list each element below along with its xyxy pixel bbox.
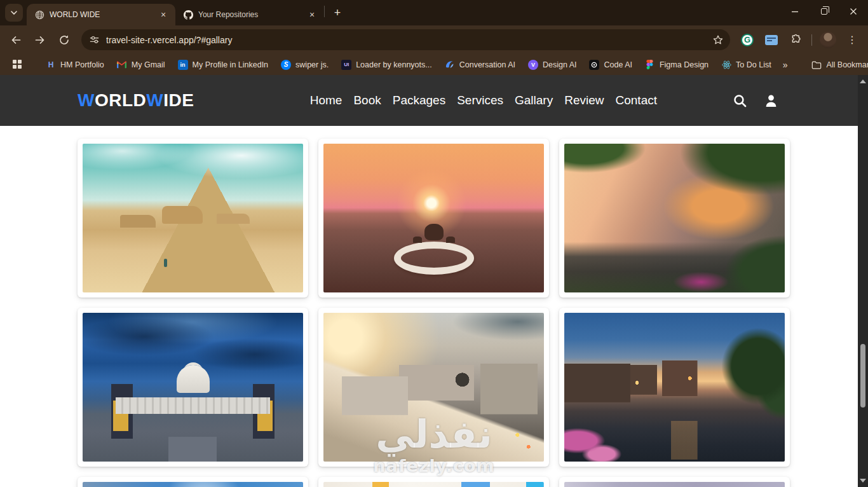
search-icon[interactable] — [732, 93, 748, 109]
nav-link-gallary[interactable]: Gallary — [515, 91, 553, 110]
apps-grid-icon — [13, 60, 23, 70]
blue-extension-icon[interactable] — [761, 29, 782, 51]
toolbar-separator — [811, 34, 812, 46]
scrollbar-up-arrow[interactable] — [858, 76, 868, 86]
gallery-photo-sea-sunset — [323, 144, 544, 292]
scrollbar-down-arrow[interactable] — [858, 476, 868, 486]
web-page: WORLDWIDE Home Book Packages Services Ga… — [0, 75, 868, 487]
close-tab-icon[interactable]: × — [158, 9, 169, 20]
bookmark-label: Loader by kennyots... — [356, 60, 432, 69]
gallery-photo-positano — [564, 144, 785, 292]
grammarly-extension-icon[interactable]: G — [736, 29, 758, 51]
folder-icon — [811, 60, 822, 69]
conversation-ai-icon — [445, 60, 455, 70]
tab-world-wide[interactable]: WORLD WIDE × — [27, 4, 175, 25]
reload-button[interactable] — [53, 29, 75, 51]
bookmark-ui-loader[interactable]: UI Loader by kennyots... — [336, 57, 437, 72]
site-logo[interactable]: WORLDWIDE — [78, 90, 194, 111]
bookmark-hm-portfolio[interactable]: H HM Portfolio — [41, 57, 109, 72]
bookmark-my-gmail[interactable]: My Gmail — [112, 57, 170, 72]
bookmark-label: To Do List — [736, 60, 771, 69]
figma-icon — [645, 60, 655, 70]
nav-link-review[interactable]: Review — [564, 91, 604, 110]
user-account-icon[interactable] — [763, 93, 779, 109]
url-text[interactable]: travel-site-r.vercel.app/?#gallary — [106, 35, 712, 45]
page-scrollbar[interactable] — [858, 75, 868, 487]
nav-link-packages[interactable]: Packages — [393, 91, 445, 110]
minimize-button[interactable] — [780, 0, 810, 23]
restore-icon — [821, 8, 827, 15]
design-ai-icon: V — [528, 60, 538, 70]
new-tab-button[interactable]: + — [329, 4, 346, 22]
gallery-card[interactable] — [559, 477, 790, 487]
forward-arrow-icon — [34, 34, 46, 46]
reload-icon — [58, 34, 70, 46]
gallery-card[interactable] — [78, 139, 308, 298]
bookmark-design-ai[interactable]: V Design AI — [523, 57, 582, 72]
back-button[interactable] — [5, 29, 27, 51]
bookmarks-overflow-button[interactable]: » — [779, 60, 792, 70]
forward-button[interactable] — [29, 29, 51, 51]
bookmark-linkedin-profile[interactable]: in My Profile in LinkedIn — [173, 57, 274, 72]
tab-your-repositories[interactable]: Your Repositories × — [175, 4, 324, 25]
bookmark-conversation-ai[interactable]: Conversation AI — [440, 57, 520, 72]
site-settings-icon[interactable] — [89, 34, 100, 45]
close-tab-icon[interactable]: × — [306, 9, 318, 20]
profile-avatar[interactable] — [817, 29, 839, 51]
gallery-card[interactable] — [318, 139, 549, 298]
bookmark-label: Design AI — [543, 60, 577, 69]
logo-segment: W — [78, 90, 95, 110]
all-bookmarks-button[interactable]: All Bookmarks — [806, 58, 868, 72]
site-nav: Home Book Packages Services Gallary Revi… — [310, 91, 657, 110]
browser-menu-button[interactable]: ⋮ — [841, 29, 863, 51]
browser-toolbar: travel-site-r.vercel.app/?#gallary G ⋮ — [0, 25, 868, 54]
code-ai-icon — [589, 60, 599, 70]
photo-gallery-grid — [0, 126, 868, 487]
bookmark-figma-design[interactable]: Figma Design — [640, 57, 714, 72]
gallery-photo-pyramids — [83, 144, 303, 292]
restore-button[interactable] — [810, 0, 839, 23]
scrollbar-thumb[interactable] — [860, 344, 865, 408]
nav-link-services[interactable]: Services — [457, 91, 503, 110]
extensions-puzzle-button[interactable] — [785, 29, 806, 51]
gallery-photo-partial-1 — [83, 482, 303, 487]
tab-search-button[interactable] — [5, 4, 23, 22]
side-panel-apps-button[interactable] — [8, 57, 28, 72]
bookmark-swiper-js[interactable]: S swiper js. — [276, 57, 334, 72]
ui-loader-icon: UI — [341, 60, 351, 70]
gallery-photo-colmar — [564, 313, 785, 462]
bookmark-label: Conversation AI — [459, 60, 515, 69]
gallery-photo-capitol — [83, 313, 303, 462]
gallery-card[interactable] — [318, 477, 549, 487]
all-bookmarks-label: All Bookmarks — [826, 60, 868, 69]
puzzle-icon — [790, 34, 802, 46]
react-icon — [721, 60, 731, 70]
bookmark-to-do-list[interactable]: To Do List — [716, 57, 776, 72]
gallery-card[interactable] — [559, 139, 790, 298]
header-icons — [732, 93, 779, 109]
window-controls — [780, 0, 868, 23]
nav-link-contact[interactable]: Contact — [616, 91, 657, 110]
gallery-photo-partial-2 — [323, 482, 544, 487]
h-letter-icon: H — [46, 60, 56, 70]
globe-icon — [34, 10, 44, 20]
close-window-button[interactable] — [839, 0, 868, 23]
gallery-photo-madrid — [323, 313, 544, 462]
gallery-photo-partial-3 — [564, 482, 785, 487]
gallery-card[interactable] — [78, 477, 308, 487]
tab-separator — [324, 6, 325, 17]
site-header: WORLDWIDE Home Book Packages Services Ga… — [0, 75, 868, 126]
back-arrow-icon — [10, 34, 22, 46]
nav-link-book[interactable]: Book — [353, 91, 381, 110]
bookmark-star-icon[interactable] — [712, 34, 724, 46]
gallery-card[interactable] — [559, 308, 790, 467]
nav-link-home[interactable]: Home — [310, 91, 342, 110]
bookmark-label: Figma Design — [660, 60, 709, 69]
bookmark-code-ai[interactable]: Code AI — [584, 57, 637, 72]
avatar-photo — [820, 32, 836, 48]
gallery-card[interactable] — [78, 308, 308, 467]
tab-title: Your Repositories — [198, 10, 301, 19]
bookmark-label: HM Portfolio — [60, 60, 104, 69]
address-bar[interactable]: travel-site-r.vercel.app/?#gallary — [81, 29, 730, 50]
gallery-card[interactable] — [318, 308, 549, 467]
